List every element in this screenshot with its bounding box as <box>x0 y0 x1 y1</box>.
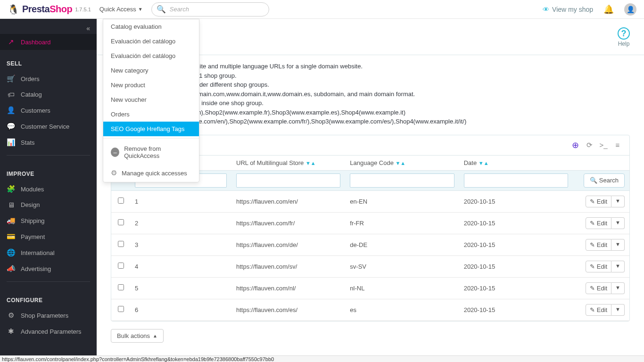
puffin-icon: 🐧 <box>8 4 19 15</box>
eye-icon: 👁 <box>543 6 549 13</box>
search-icon: 🔍 <box>157 5 166 14</box>
top-header: 🐧 PrestaShop 1.7.5.1 Quick Access ▼ 🔍 👁 … <box>0 0 644 19</box>
version-label: 1.7.5.1 <box>75 7 91 12</box>
view-shop-link[interactable]: 👁 View my shop <box>543 6 593 13</box>
profile-avatar[interactable]: 👤 <box>624 3 636 16</box>
search-input[interactable] <box>170 6 264 13</box>
search-wrap: 🔍 <box>151 2 269 16</box>
header-right: 👁 View my shop 🔔 👤 <box>543 3 636 16</box>
quick-access-toggle[interactable]: Quick Access ▼ <box>99 6 143 13</box>
caret-down-icon: ▼ <box>138 7 143 12</box>
logo-text: PrestaShop <box>22 4 72 15</box>
notifications-icon[interactable]: 🔔 <box>603 4 614 15</box>
logo[interactable]: 🐧 PrestaShop 1.7.5.1 <box>8 4 91 15</box>
